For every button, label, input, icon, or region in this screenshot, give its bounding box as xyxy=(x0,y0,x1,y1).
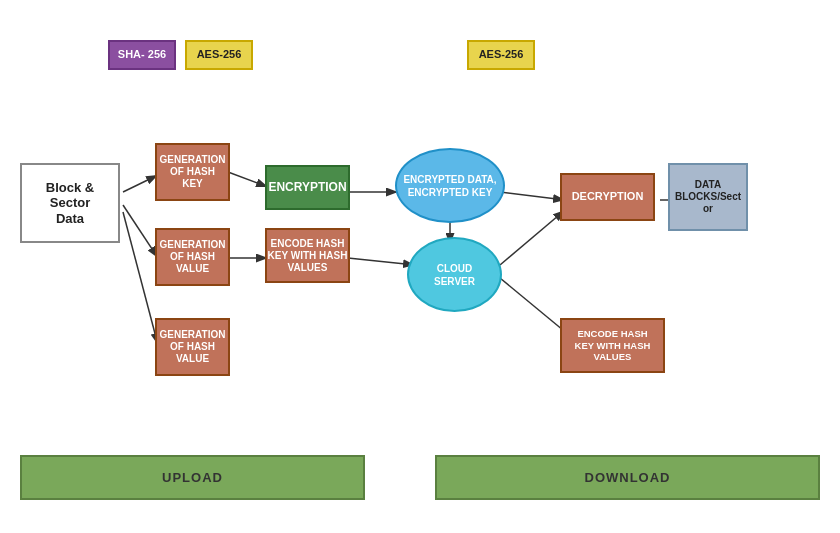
encrypted-data-ellipse: ENCRYPTED DATA, ENCRYPTED KEY xyxy=(395,148,505,223)
upload-bar: UPLOAD xyxy=(20,455,365,500)
block-sector-box: Block & Sector Data xyxy=(20,163,120,243)
decryption-box: DECRYPTION xyxy=(560,173,655,221)
svg-line-3 xyxy=(123,212,158,345)
cloud-server-ellipse: CLOUD SERVER xyxy=(407,237,502,312)
svg-line-9 xyxy=(500,210,565,265)
encode-hash-right-box: ENCODE HASH KEY WITH HASH VALUES xyxy=(560,318,665,373)
svg-line-11 xyxy=(500,192,565,200)
diagram-container: SHA- 256 AES-256 AES-256 Block & Sector … xyxy=(0,0,840,533)
gen-hash-key-box: GENERATION OF HASH KEY xyxy=(155,143,230,201)
gen-hash-value2-box: GENERATION OF HASH VALUE xyxy=(155,318,230,376)
aes256-right-badge: AES-256 xyxy=(467,40,535,70)
encode-hash-left-box: ENCODE HASH KEY WITH HASH VALUES xyxy=(265,228,350,283)
svg-line-1 xyxy=(123,175,158,192)
svg-line-7 xyxy=(348,258,415,265)
download-bar: DOWNLOAD xyxy=(435,455,820,500)
data-blocks-box: DATA BLOCKS/Sect or xyxy=(668,163,748,231)
aes256-left-badge: AES-256 xyxy=(185,40,253,70)
gen-hash-value1-box: GENERATION OF HASH VALUE xyxy=(155,228,230,286)
encryption-box: ENCRYPTION xyxy=(265,165,350,210)
sha256-badge: SHA- 256 xyxy=(108,40,176,70)
svg-line-4 xyxy=(228,172,268,187)
svg-line-2 xyxy=(123,205,158,258)
